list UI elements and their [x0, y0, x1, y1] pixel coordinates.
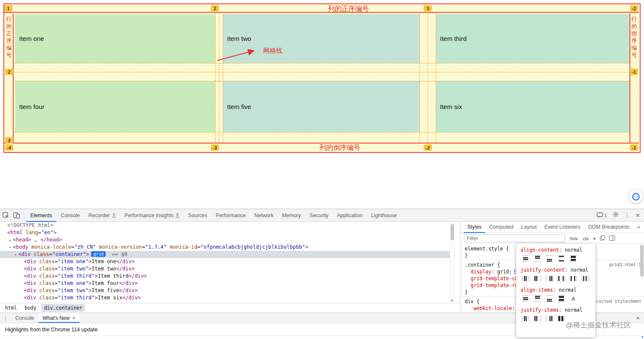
dom-node[interactable]: ▾<div class="container">grid == $0: [0, 251, 455, 258]
popup-property-value: normal: [565, 307, 583, 313]
styles-scrollbar-thumb[interactable]: [640, 245, 644, 277]
align-items-start-button[interactable]: [532, 294, 543, 303]
styles-tabs: StylesComputedLayoutEvent ListenersDOM B…: [460, 222, 644, 233]
indent-spacer: [18, 259, 24, 265]
justify-items-end-button[interactable]: [544, 314, 555, 323]
grid-item-label: Item one: [19, 35, 44, 42]
more-options-icon[interactable]: ⋮: [624, 212, 630, 219]
devtools-tab-application[interactable]: Application: [333, 209, 367, 222]
filter-input[interactable]: [464, 234, 565, 242]
devtools-tab-recorder[interactable]: Recorder: [84, 209, 120, 222]
rule-selector[interactable]: element.style: [465, 246, 503, 252]
dom-node[interactable]: ▸<head> … </head>: [0, 236, 455, 244]
justify-content-between-button[interactable]: [556, 274, 566, 283]
inspect-element-icon[interactable]: [0, 209, 11, 222]
devtools-tab-performance-insights[interactable]: Performance insights: [120, 209, 184, 222]
justify-content-center-button[interactable]: [520, 274, 531, 283]
scroll-down-icon[interactable]: ▾: [451, 299, 453, 302]
styles-tab-dom-breakpoints[interactable]: DOM Breakpoints: [585, 222, 633, 233]
dom-node[interactable]: <div class="item one">Item four</div>: [0, 280, 455, 287]
justify-items-stretch-button[interactable]: [556, 314, 566, 323]
popup-property-label: justify-content:: [520, 267, 568, 273]
devtools-tab-elements[interactable]: Elements: [26, 209, 56, 222]
devtools-tab-console[interactable]: Console: [56, 209, 84, 222]
sidebar-layout-icon[interactable]: [609, 235, 615, 242]
elements-scrollbar[interactable]: ▾: [450, 223, 454, 302]
devtools-tab-security[interactable]: Security: [305, 209, 333, 222]
settings-gear-icon[interactable]: [612, 211, 619, 219]
justify-content-start-button[interactable]: [532, 274, 543, 283]
class-toggle[interactable]: .cls: [582, 236, 589, 241]
grid-gap-line: [428, 14, 428, 143]
devtools-tab-performance[interactable]: Performance: [212, 209, 250, 222]
dom-node[interactable]: <div class="item third">Item third</div>: [0, 273, 455, 280]
issues-count-button[interactable]: 1: [597, 212, 607, 218]
breadcrumb-item[interactable]: div.container: [41, 304, 85, 312]
justify-content-around-button[interactable]: [568, 274, 578, 283]
grid-gap-line: [14, 72, 630, 72]
device-toolbar-icon[interactable]: [11, 209, 22, 222]
styles-tab-event-listeners[interactable]: Event Listeners: [541, 222, 584, 233]
devtools-tab-network[interactable]: Network: [250, 209, 278, 222]
grid-item-label: Item five: [227, 103, 251, 110]
new-style-rule-button[interactable]: +: [592, 235, 596, 242]
grid-adorner-badge[interactable]: grid: [91, 251, 106, 257]
dom-node[interactable]: <div class="item two">Item two</div>: [0, 265, 455, 273]
justify-items-start-button[interactable]: [532, 314, 543, 323]
monica-extension-button[interactable]: [629, 190, 642, 203]
indent-spacer: [18, 287, 24, 294]
dom-node[interactable]: <div class="item third">Item six</div>: [0, 294, 455, 302]
grid-item-3: Item third: [436, 14, 630, 63]
devtools-tab-memory[interactable]: Memory: [278, 209, 305, 222]
breadcrumb-item[interactable]: html: [3, 304, 20, 312]
align-content-center-button[interactable]: [520, 254, 531, 263]
close-drawer-icon[interactable]: ×: [632, 313, 644, 323]
drawer-tabs: ConsoleWhat's New×: [11, 313, 80, 323]
drawer-tab-what-s-new[interactable]: What's New×: [38, 313, 80, 323]
styles-filter-bar: :hov .cls +: [460, 233, 644, 244]
close-tab-icon[interactable]: ×: [72, 315, 76, 321]
pseudo-state-toggle[interactable]: :hov: [569, 236, 578, 241]
dom-node[interactable]: ▾<body monica-locale="zh_CN" monica-vers…: [0, 244, 455, 251]
drawer-tab-console[interactable]: Console: [11, 313, 38, 323]
devtools-tab-sources[interactable]: Sources: [184, 209, 211, 222]
align-content-stretch-button[interactable]: [568, 254, 578, 263]
more-tabs-button[interactable]: »: [634, 222, 644, 233]
copy-styles-icon[interactable]: [600, 235, 605, 242]
devtools-tabbar: ElementsConsoleRecorderPerformance insig…: [0, 209, 644, 222]
devtools-tab-lighthouse[interactable]: Lighthouse: [367, 209, 401, 222]
expander-icon[interactable]: ▸: [7, 237, 13, 244]
popup-property-value: normal: [571, 267, 589, 273]
justify-items-center-button[interactable]: [520, 314, 531, 323]
close-devtools-icon[interactable]: ×: [636, 212, 640, 219]
align-content-between-button[interactable]: [556, 254, 566, 263]
rule-selector[interactable]: div: [465, 299, 474, 305]
align-items-baseline-button[interactable]: A: [568, 294, 578, 303]
grid-item-5: Item five: [223, 81, 420, 132]
align-items-stretch-button[interactable]: [556, 294, 566, 303]
indent-spacer: [18, 273, 24, 280]
breadcrumb-item[interactable]: body: [22, 304, 39, 312]
align-content-start-button[interactable]: [532, 254, 543, 263]
scrollbar-thumb[interactable]: [451, 224, 454, 240]
rule-source-link[interactable]: grid2.html:9: [609, 262, 641, 267]
dom-node[interactable]: <!DOCTYPE html>: [0, 222, 455, 229]
align-items-center-button[interactable]: [520, 294, 531, 303]
dom-node[interactable]: <div class="item one">Item one</div>: [0, 258, 455, 265]
scroll-corner-icon[interactable]: ▾: [641, 335, 643, 339]
dom-node[interactable]: <div class="item two">Item five</div>: [0, 287, 455, 294]
align-content-end-button[interactable]: [544, 254, 555, 263]
expander-icon[interactable]: ▾: [13, 251, 18, 258]
justify-content-end-button[interactable]: [544, 274, 555, 283]
styles-tab-computed[interactable]: Computed: [486, 222, 517, 233]
align-items-end-button[interactable]: [544, 294, 555, 303]
justify-content-evenly-button[interactable]: [580, 274, 590, 283]
rule-selector[interactable]: .container: [465, 262, 494, 268]
styles-tab-layout[interactable]: Layout: [518, 222, 540, 233]
expander-icon[interactable]: ▾: [7, 244, 13, 251]
drawer-menu-icon[interactable]: ⋮: [0, 313, 11, 323]
divider: [24, 212, 24, 219]
grid-item-label: Item two: [227, 35, 251, 42]
dom-node[interactable]: <html lang="en">: [0, 229, 455, 236]
styles-tab-styles[interactable]: Styles: [464, 222, 485, 233]
